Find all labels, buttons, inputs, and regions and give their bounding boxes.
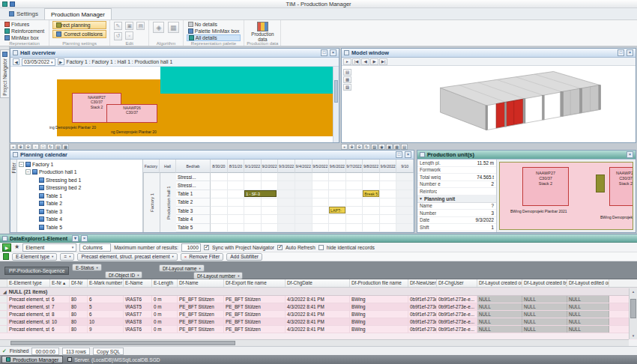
tab-production-manager[interactable]: Production Manager	[44, 8, 112, 19]
no-details-option[interactable]: No details	[187, 21, 241, 28]
calendar-cell[interactable]	[363, 173, 380, 181]
calendar-date-header[interactable]: 9/2/2022	[262, 160, 279, 173]
calendar-cell[interactable]	[396, 224, 414, 232]
tree-item[interactable]: −Factory 1	[17, 160, 142, 169]
clear-icon[interactable]: ▫	[125, 31, 133, 40]
calendar-cell[interactable]	[228, 198, 245, 207]
fixtures-toggle[interactable]: Fixtures	[3, 21, 46, 28]
table-row[interactable]: Precast element, str...7805\RAST50 mPE_B…	[0, 303, 637, 311]
calendar-cell[interactable]	[228, 224, 245, 232]
calendar-date-header[interactable]: 9/4/2022	[295, 160, 313, 173]
calendar-cell[interactable]	[346, 224, 363, 232]
pallet-element-right[interactable]: NAAWP26 C30/37 Stack 2	[609, 167, 633, 206]
calendar-cell[interactable]	[228, 190, 245, 198]
tree-item[interactable]: Table 1	[17, 192, 142, 200]
table-row[interactable]: Precast element, str...6809\RAST60 mPE_B…	[0, 326, 637, 333]
calendar-event[interactable]: 1 - SF-3	[244, 190, 277, 197]
calendar-cell[interactable]	[313, 207, 330, 215]
calendar-cell[interactable]	[363, 181, 380, 189]
calendar-cell[interactable]	[211, 207, 228, 215]
view-cube-icon[interactable]: ▧	[371, 144, 378, 150]
algorithm-grid-icon[interactable]: ▦	[168, 22, 179, 33]
calendar-cell[interactable]: Break 5	[363, 190, 380, 198]
property-row[interactable]: Name?	[417, 203, 496, 210]
calendar-cell[interactable]	[262, 173, 279, 181]
tree-item[interactable]: Table 4	[17, 216, 142, 224]
calendar-cell[interactable]	[295, 173, 313, 181]
view-top-icon[interactable]: ▤	[343, 69, 351, 76]
calendar-cell[interactable]	[329, 173, 346, 181]
project-navigator-tab[interactable]: Project Navigator	[0, 49, 10, 98]
filter-operator-pill[interactable]: = ▾	[60, 253, 74, 261]
taskbar-app-button[interactable]: Production Manager	[1, 356, 63, 363]
planning-unit-section[interactable]: ▼ Planning unit	[417, 195, 496, 203]
float-icon[interactable]: □	[396, 151, 402, 158]
tree-item[interactable]: Stressing bed 1	[17, 176, 142, 184]
tree-item[interactable]: Table 3	[17, 207, 142, 216]
close-icon[interactable]: ×	[330, 49, 336, 56]
calendar-cell[interactable]	[363, 207, 380, 215]
calendar-cell[interactable]	[380, 207, 397, 215]
calendar-cell[interactable]	[313, 190, 330, 198]
float-icon[interactable]: □	[321, 49, 327, 56]
storage-area-zone[interactable]	[160, 67, 337, 94]
prev-day-icon[interactable]: ◀	[13, 58, 19, 65]
camera-icon[interactable]: ◉	[378, 144, 385, 150]
calendar-cell[interactable]	[313, 198, 330, 207]
correct-collisions-button[interactable]: Correct collisions	[52, 30, 106, 38]
property-row[interactable]: Total weig74.565.t	[417, 174, 496, 181]
calendar-cell[interactable]	[346, 215, 363, 223]
calendar-date-header[interactable]: 9/9/2022	[380, 160, 397, 173]
calendar-cell[interactable]	[346, 207, 363, 215]
calendar-cell[interactable]	[329, 190, 346, 198]
calendar-cell[interactable]	[295, 224, 313, 232]
calendar-cell[interactable]: LAPT-	[329, 207, 346, 215]
calendar-cell[interactable]	[278, 207, 295, 215]
pallet-fixture[interactable]	[596, 175, 605, 192]
column-header[interactable]: Df-Production file name	[350, 279, 408, 287]
calendar-cell[interactable]	[346, 173, 363, 181]
edit-grid-icon[interactable]: ▣	[125, 22, 133, 30]
property-row[interactable]: Reinforc	[417, 188, 496, 195]
column-header[interactable]: E-Element type	[7, 279, 50, 287]
auto-refresh-checkbox[interactable]	[277, 245, 283, 250]
property-row[interactable]: Date9/3/2022	[417, 217, 496, 225]
direct-planning-button[interactable]: Direct planning	[52, 21, 106, 29]
tree-expander-icon[interactable]: −	[19, 162, 24, 167]
scroll-down-icon[interactable]: ▾	[630, 333, 637, 339]
entity-select[interactable]: Element ▾	[22, 243, 76, 252]
filter-field-pill[interactable]: E-Element type ▾	[12, 253, 57, 261]
filter-tab[interactable]: Filter	[10, 160, 17, 232]
tab-settings[interactable]: Settings	[3, 8, 44, 19]
calendar-cell[interactable]	[313, 224, 330, 232]
column-header[interactable]: E-Nr ▴	[50, 279, 70, 287]
calendar-cell[interactable]	[278, 215, 295, 223]
calendar-cell[interactable]	[211, 181, 228, 189]
undo-icon[interactable]: ↺	[114, 32, 122, 40]
tree-item[interactable]: Stressing bed 2	[17, 184, 142, 192]
calendar-event[interactable]: Break 5	[363, 190, 379, 197]
calendar-cell[interactable]	[228, 215, 245, 223]
calendar-cell[interactable]	[278, 224, 295, 232]
run-query-button[interactable]: ▶	[2, 243, 11, 252]
calendar-cell[interactable]	[380, 190, 397, 198]
calendar-cell[interactable]	[313, 173, 330, 181]
zoom-in-icon[interactable]: ⊕	[17, 144, 24, 150]
collapse-icon[interactable]: ◢	[3, 289, 7, 294]
property-row[interactable]: Length pl.11.52 m	[417, 160, 496, 167]
column-header[interactable]: Df-Export file name	[224, 279, 286, 287]
calendar-cell[interactable]	[244, 215, 262, 223]
last-icon[interactable]: ▶|	[379, 58, 387, 65]
pallet-surface[interactable]: NAAWP27 C30/37 Stack 2 NAAWP26 C30/37 St…	[499, 162, 633, 230]
column-header[interactable]: E-Mark number	[88, 279, 124, 287]
pallet-element-main[interactable]: NAAWP27 C30/37 Stack 2	[522, 167, 569, 206]
zoom-in-icon[interactable]: ⊕	[348, 144, 355, 150]
calendar-cell[interactable]	[346, 198, 363, 207]
calendar-cell[interactable]	[380, 224, 397, 232]
zoom-out-icon[interactable]: ⊖	[25, 144, 31, 150]
calendar-date-header[interactable]: 9/8/2022	[363, 160, 380, 173]
calendar-cell[interactable]	[244, 198, 262, 207]
calendar-date-header[interactable]: 9/1/2022	[244, 160, 262, 173]
property-row[interactable]: Shift1	[417, 224, 496, 231]
calendar-cell[interactable]	[278, 181, 295, 189]
